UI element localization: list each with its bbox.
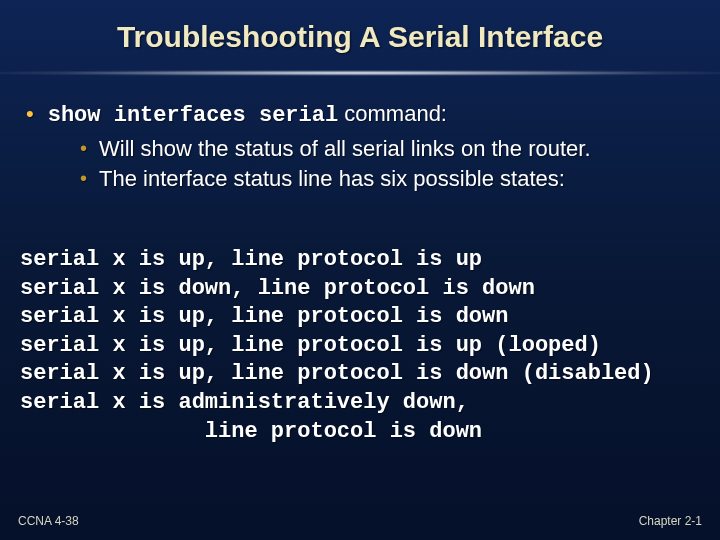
footer-left: CCNA 4-38 <box>18 514 79 528</box>
sub-b-text: The interface status line has six possib… <box>99 165 565 194</box>
title-underline <box>0 70 720 76</box>
state-line-1: serial x is up, line protocol is up <box>20 247 482 272</box>
state-line-7: line protocol is down <box>20 419 482 444</box>
bullet1-text: show interfaces serial command: <box>48 100 447 131</box>
states-block: serial x is up, line protocol is up seri… <box>20 246 700 446</box>
sub-a-text: Will show the status of all serial links… <box>99 135 591 164</box>
bullet-dot-icon: • <box>26 100 34 131</box>
content-area: • show interfaces serial command: • Will… <box>20 100 700 196</box>
state-line-3: serial x is up, line protocol is down <box>20 304 508 329</box>
bullet-level2: • Will show the status of all serial lin… <box>80 135 700 164</box>
command-text: show interfaces serial <box>48 103 338 128</box>
command-suffix: command: <box>338 101 447 126</box>
bullet-dot-icon: • <box>80 135 87 164</box>
sub-bullet-list: • Will show the status of all serial lin… <box>80 135 700 194</box>
state-line-4: serial x is up, line protocol is up (loo… <box>20 333 601 358</box>
state-line-2: serial x is down, line protocol is down <box>20 276 535 301</box>
bullet-dot-icon: • <box>80 165 87 194</box>
state-line-5: serial x is up, line protocol is down (d… <box>20 361 654 386</box>
slide: Troubleshooting A Serial Interface • sho… <box>0 0 720 540</box>
footer-right: Chapter 2-1 <box>639 514 702 528</box>
slide-title: Troubleshooting A Serial Interface <box>0 20 720 54</box>
bullet-level1: • show interfaces serial command: <box>20 100 700 131</box>
state-line-6: serial x is administratively down, <box>20 390 469 415</box>
bullet-level2: • The interface status line has six poss… <box>80 165 700 194</box>
